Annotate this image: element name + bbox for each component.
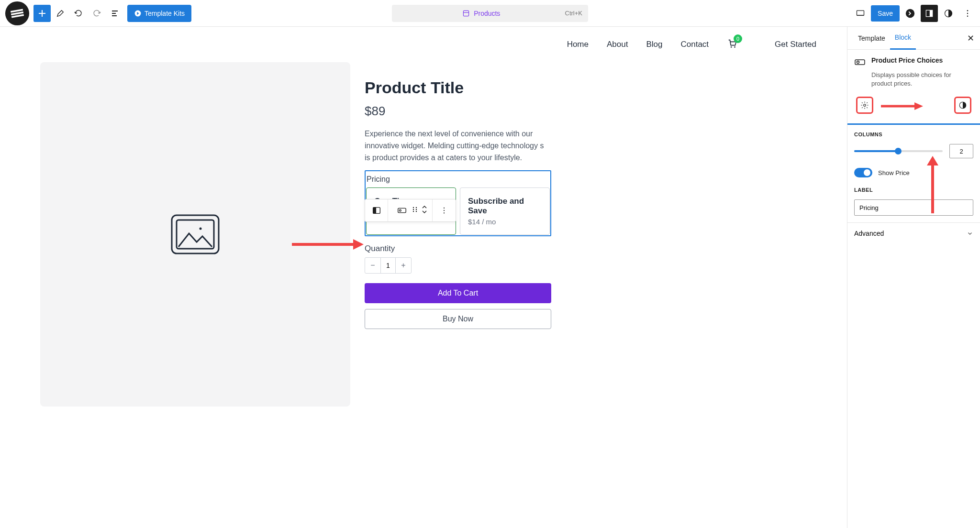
toolbar-move[interactable] (421, 205, 428, 216)
styles-button[interactable] (940, 5, 957, 22)
price-option-title: Subscribe and Save (468, 197, 542, 216)
settings-panel-button[interactable] (921, 5, 938, 22)
buy-now-button[interactable]: Buy Now (365, 309, 551, 329)
quantity-increase[interactable]: + (396, 258, 411, 273)
svg-point-25 (416, 211, 417, 212)
get-started-link[interactable]: Get Started (775, 40, 816, 49)
svg-rect-14 (177, 220, 214, 249)
svg-rect-17 (373, 208, 376, 214)
columns-value[interactable]: 2 (949, 144, 973, 158)
svg-point-20 (413, 207, 414, 208)
list-view-button[interactable] (106, 5, 123, 22)
tab-block[interactable]: Block (890, 27, 916, 50)
view-desktop-button[interactable] (852, 5, 869, 22)
edit-button[interactable] (52, 5, 69, 22)
command-label: Products (474, 10, 500, 17)
product-description[interactable]: Experience the next level of convenience… (365, 128, 551, 164)
annotation-arrow-right (881, 101, 923, 111)
styles-tab-button[interactable] (954, 97, 971, 114)
product-price[interactable]: $89 (365, 104, 551, 119)
show-price-label: Show Price (878, 169, 910, 176)
product-image-placeholder[interactable] (40, 62, 350, 407)
template-kits-label: Template Kits (145, 10, 185, 17)
label-field-label: Label (854, 187, 973, 193)
columns-slider[interactable] (854, 150, 943, 152)
svg-point-15 (200, 228, 202, 230)
gear-icon (860, 101, 869, 110)
add-block-button[interactable] (33, 5, 51, 22)
svg-point-23 (416, 209, 417, 210)
quantity-value: 1 (380, 258, 396, 273)
svg-rect-2 (464, 11, 469, 16)
products-icon (462, 10, 470, 17)
cart-button[interactable]: 0 (727, 38, 737, 51)
nav-link-about[interactable]: About (607, 40, 628, 49)
svg-point-8 (967, 10, 969, 11)
more-menu-button[interactable] (959, 5, 976, 22)
block-description: Displays possible choices for product pr… (871, 71, 973, 88)
redo-button[interactable] (88, 5, 105, 22)
toolbar-more[interactable] (433, 199, 456, 221)
block-title: Product Price Choices (871, 56, 943, 68)
tab-template[interactable]: Template (853, 27, 890, 50)
nav-link-blog[interactable]: Blog (646, 40, 662, 49)
cart-badge: 0 (734, 34, 742, 43)
save-button[interactable]: Save (871, 5, 900, 22)
canvas[interactable]: Home About Blog Contact 0 Get Started Pr… (0, 27, 847, 528)
image-placeholder-icon (169, 210, 222, 258)
nav-link-home[interactable]: Home (567, 40, 589, 49)
quantity-decrease[interactable]: − (365, 258, 380, 273)
price-option-subscribe[interactable]: Subscribe and Save $14 / mo (460, 187, 550, 235)
svg-point-27 (444, 210, 445, 211)
show-price-toggle[interactable] (854, 168, 872, 177)
advanced-panel[interactable]: Advanced (847, 222, 980, 244)
svg-point-22 (413, 209, 414, 210)
quantity-label: Quantity (365, 244, 551, 253)
svg-point-9 (967, 12, 969, 14)
settings-tab-button[interactable] (856, 97, 873, 114)
svg-point-24 (413, 211, 414, 212)
svg-point-32 (857, 61, 859, 64)
block-type-icon (854, 56, 866, 68)
undo-button[interactable] (70, 5, 87, 22)
add-to-cart-button[interactable]: Add To Cart (365, 283, 551, 303)
pricing-label: Pricing (366, 175, 550, 187)
command-bar[interactable]: Products Ctrl+K (392, 5, 588, 22)
close-sidebar-button[interactable]: ✕ (967, 33, 974, 44)
label-input[interactable] (854, 199, 973, 216)
columns-label: Columns (854, 132, 973, 137)
product-title[interactable]: Product Title (365, 78, 551, 97)
annotation-arrow-left (292, 237, 364, 252)
svg-marker-37 (927, 156, 938, 165)
nav-link-contact[interactable]: Contact (680, 40, 709, 49)
svg-point-28 (444, 212, 445, 213)
surecart-icon[interactable] (902, 5, 919, 22)
svg-point-12 (734, 46, 735, 48)
svg-rect-13 (172, 215, 219, 253)
svg-marker-30 (353, 239, 364, 250)
svg-point-11 (731, 46, 732, 48)
toolbar-drag-handle[interactable] (411, 206, 419, 215)
toolbar-block-icon[interactable] (395, 205, 409, 216)
topbar: Template Kits Products Ctrl+K Save (0, 0, 980, 27)
sidebar: Template Block ✕ Product Price Choices D… (847, 27, 980, 528)
price-option-price: $14 / mo (468, 218, 542, 226)
svg-rect-3 (857, 11, 864, 15)
command-shortcut: Ctrl+K (565, 10, 582, 17)
svg-point-26 (444, 208, 445, 209)
app-logo (4, 0, 31, 27)
toolbar-parent-block[interactable] (365, 199, 388, 221)
quantity-stepper: − 1 + (365, 257, 412, 274)
svg-point-10 (967, 15, 969, 17)
annotation-arrow-up (925, 156, 940, 213)
svg-point-21 (416, 207, 417, 208)
template-kits-button[interactable]: Template Kits (127, 5, 191, 22)
advanced-label: Advanced (854, 230, 884, 237)
svg-point-19 (400, 209, 401, 211)
contrast-icon (958, 101, 967, 110)
block-toolbar (365, 199, 456, 222)
svg-marker-35 (914, 102, 923, 110)
svg-rect-6 (930, 10, 933, 16)
svg-point-33 (864, 104, 866, 107)
site-nav: Home About Blog Contact 0 Get Started (0, 27, 847, 62)
